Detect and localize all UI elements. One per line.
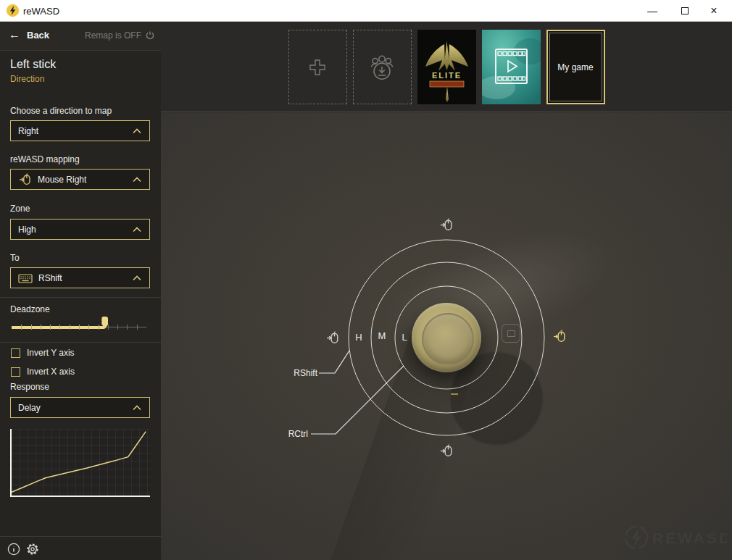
zone-low-label[interactable]: L	[397, 332, 412, 343]
mouse-up-icon[interactable]	[439, 217, 454, 232]
checkbox-icon	[11, 367, 20, 377]
slider-tick	[88, 325, 89, 330]
video-preset-art	[482, 30, 541, 104]
maximize-button[interactable]	[670, 0, 699, 22]
invert-x-label: Invert X axis	[27, 367, 75, 377]
power-icon	[145, 30, 155, 41]
response-curve-line	[12, 432, 146, 493]
mouse-left-icon[interactable]	[325, 330, 340, 345]
minimize-button[interactable]: —	[638, 0, 667, 22]
slider-tick	[108, 325, 109, 330]
slider-tick	[137, 325, 138, 330]
checkbox-icon	[11, 348, 20, 358]
info-button[interactable]	[7, 543, 20, 556]
response-dropdown[interactable]: Delay	[10, 397, 150, 418]
divider	[0, 342, 161, 343]
rewasd-logo-icon	[6, 4, 20, 17]
remap-toggle[interactable]: Remap is OFF	[85, 30, 155, 41]
remap-status-label: Remap is OFF	[85, 30, 141, 41]
zone-value: High	[18, 225, 126, 235]
invert-y-checkbox[interactable]: Invert Y axis	[11, 348, 75, 358]
mouse-right-icon	[18, 172, 32, 186]
chevron-up-icon	[132, 227, 142, 233]
to-value: RShift	[38, 273, 126, 283]
rewasd-watermark: REWASD	[622, 522, 727, 553]
back-button[interactable]: ← Back	[9, 28, 49, 41]
my-game-label: My game	[557, 62, 593, 72]
back-label: Back	[27, 30, 49, 41]
rshift-callout-label: RShift	[270, 368, 317, 378]
slider-fill	[12, 326, 104, 329]
zone-high-label[interactable]: H	[352, 332, 366, 343]
zone-field-label: Zone	[10, 204, 30, 214]
mapping-field-label: reWASD mapping	[10, 154, 80, 164]
elite-dangerous-art: ELITE	[417, 30, 476, 104]
slider-tick	[31, 325, 32, 330]
back-arrow-icon: ←	[9, 28, 20, 41]
keyboard-icon	[18, 272, 33, 284]
slider-tick	[70, 325, 70, 330]
deadzone-label: Deadzone	[10, 304, 50, 314]
maximize-icon	[681, 7, 689, 14]
my-game-tile[interactable]: My game	[546, 30, 605, 104]
mouse-down-icon[interactable]	[439, 443, 454, 458]
response-curve-chart	[10, 429, 150, 497]
rctrl-callout-label: RCtrl	[270, 429, 308, 439]
settings-gear-button[interactable]	[26, 543, 39, 556]
import-config-tile[interactable]	[353, 30, 412, 104]
slider-tick	[117, 325, 118, 330]
slider-tick	[99, 325, 99, 330]
profiles-strip: ELITE	[161, 22, 732, 112]
zone-medium-label[interactable]: M	[375, 330, 389, 341]
panel-nav: ← Back Remap is OFF	[0, 22, 161, 51]
chevron-up-icon	[132, 128, 142, 134]
slider-tick	[41, 325, 41, 330]
divider	[0, 536, 161, 537]
elite-title-text: ELITE	[431, 71, 461, 80]
chevron-up-icon	[132, 275, 142, 281]
watermark-text: REWASD	[652, 530, 727, 546]
direction-value: Right	[18, 126, 126, 136]
add-profile-tile[interactable]	[288, 30, 347, 104]
mapping-dropdown[interactable]: Mouse Right	[10, 169, 150, 190]
left-panel: ← Back Remap is OFF Left stick Direction…	[0, 22, 161, 560]
deadzone-slider[interactable]	[12, 317, 146, 333]
close-button[interactable]: ×	[699, 0, 728, 22]
mapping-value: Mouse Right	[38, 175, 126, 185]
slider-tick	[50, 325, 51, 330]
chevron-up-icon	[132, 405, 142, 411]
main-region: ELITE	[161, 22, 732, 560]
titlebar: reWASD — ×	[0, 0, 732, 22]
to-field-label: To	[10, 253, 20, 263]
slider-tick	[21, 325, 22, 330]
page-subtitle: Direction	[10, 74, 44, 84]
community-import-icon	[365, 51, 399, 84]
invert-y-label: Invert Y axis	[27, 348, 75, 358]
direction-field-label: Choose a direction to map	[10, 106, 112, 116]
slider-tick	[79, 325, 80, 330]
left-stick-knob	[412, 303, 481, 372]
plus-icon	[307, 57, 328, 78]
chevron-up-icon	[132, 177, 142, 183]
to-dropdown[interactable]: RShift	[10, 267, 150, 288]
invert-x-checkbox[interactable]: Invert X axis	[11, 367, 75, 377]
zone-dropdown[interactable]: High	[10, 219, 150, 240]
response-value: Delay	[18, 403, 126, 413]
elite-dangerous-tile[interactable]: ELITE	[417, 30, 476, 104]
response-field-label: Response	[10, 382, 49, 392]
page-title: Left stick	[10, 58, 56, 71]
rewasd-window: reWASD — × ← Back Remap is OFF Left stic…	[0, 0, 732, 560]
direction-dropdown[interactable]: Right	[10, 120, 150, 141]
slider-tick	[127, 325, 128, 330]
slider-tick	[59, 325, 60, 330]
divider	[0, 297, 161, 298]
stick-visualization: H M L RShift RCtrl REWASD	[161, 112, 732, 560]
video-preset-tile[interactable]	[482, 30, 541, 104]
rctrl-callout-line	[311, 366, 404, 434]
rshift-callout-line	[319, 351, 349, 373]
window-title: reWASD	[23, 6, 59, 17]
mouse-right-icon-active[interactable]	[552, 329, 567, 343]
